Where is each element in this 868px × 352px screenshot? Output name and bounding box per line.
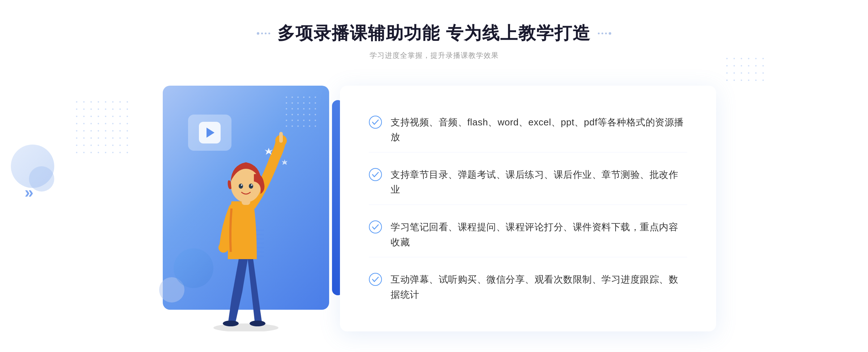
feature-text-2: 支持章节目录、弹题考试、课后练习、课后作业、章节测验、批改作业 — [391, 167, 687, 197]
svg-point-5 — [218, 242, 229, 253]
title-decoration-left — [257, 32, 270, 35]
subtitle: 学习进度全掌握，提升录播课教学效果 — [257, 51, 611, 60]
svg-point-0 — [213, 323, 278, 331]
feature-item-3: 学习笔记回看、课程提问、课程评论打分、课件资料下载，重点内容收藏 — [369, 213, 687, 257]
feature-item-2: 支持章节目录、弹题考试、课后练习、课后作业、章节测验、批改作业 — [369, 160, 687, 205]
feature-text-4: 互动弹幕、试听购买、微信分享、观看次数限制、学习进度跟踪、数据统计 — [391, 272, 687, 302]
feature-text-3: 学习笔记回看、课程提问、课程评论打分、课件资料下载，重点内容收藏 — [391, 220, 687, 250]
svg-point-8 — [239, 184, 243, 189]
check-icon-4 — [369, 273, 382, 286]
header-section: 多项录播课辅助功能 专为线上教学打造 学习进度全掌握，提升录播课教学效果 — [257, 22, 611, 60]
title-row: 多项录播课辅助功能 专为线上教学打造 — [257, 22, 611, 45]
content-area: for(let i=0;i<36;i++){ document.currentS… — [152, 78, 716, 339]
svg-point-10 — [249, 184, 253, 189]
svg-point-2 — [250, 321, 265, 326]
check-icon-2 — [369, 168, 382, 181]
check-icon-3 — [369, 220, 382, 233]
chevron-left-decoration: » — [25, 184, 33, 200]
illustration-figure — [195, 122, 297, 331]
svg-point-11 — [251, 184, 252, 186]
svg-point-19 — [369, 116, 382, 128]
feature-item-1: 支持视频、音频、flash、word、excel、ppt、pdf等各种格式的资源… — [369, 108, 687, 153]
dot-pattern-left: // Generate dots inline for(let i = 0; i… — [76, 101, 131, 156]
svg-rect-4 — [279, 132, 283, 143]
svg-point-1 — [223, 321, 239, 326]
svg-point-22 — [369, 273, 382, 286]
title-decoration-right — [598, 32, 611, 35]
content-panel: 支持视频、音频、flash、word、excel、ppt、pdf等各种格式的资源… — [340, 86, 716, 331]
svg-point-9 — [241, 184, 242, 186]
svg-point-20 — [369, 168, 382, 181]
illustration-area: for(let i=0;i<36;i++){ document.currentS… — [152, 86, 344, 331]
main-title: 多项录播课辅助功能 专为线上教学打造 — [277, 22, 590, 45]
check-icon-1 — [369, 116, 382, 129]
page-container: // Generate dots inline for(let i = 0; i… — [0, 0, 868, 352]
feature-item-4: 互动弹幕、试听购买、微信分享、观看次数限制、学习进度跟踪、数据统计 — [369, 265, 687, 309]
dot-pattern-right: for(let i = 0; i < 24; i++) { document.c… — [726, 58, 767, 84]
feature-text-1: 支持视频、音频、flash、word、excel、ppt、pdf等各种格式的资源… — [391, 115, 687, 145]
svg-point-21 — [369, 221, 382, 233]
